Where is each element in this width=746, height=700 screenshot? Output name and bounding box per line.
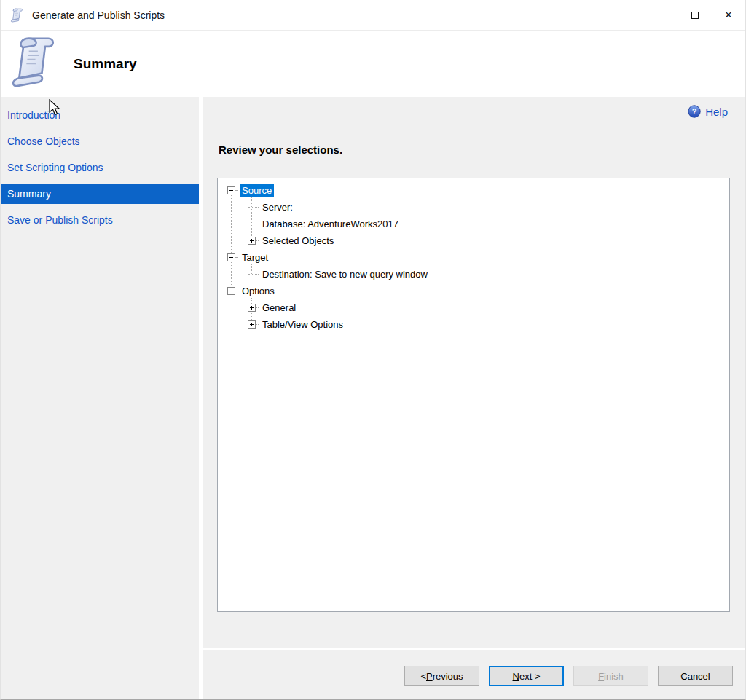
next-button[interactable]: Next > [489, 666, 564, 686]
tree-connector-stub [235, 291, 238, 291]
tree-connector-stub [256, 307, 259, 308]
wizard-header: Summary [1, 31, 745, 97]
maximize-icon [691, 12, 699, 19]
window-title: Generate and Publish Scripts [32, 9, 165, 21]
summary-tree-panel: SourceServer:Database: AdventureWorks201… [217, 178, 730, 612]
help-link[interactable]: ? Help [688, 105, 728, 118]
tree-connector-line [251, 264, 252, 274]
maximize-button[interactable] [678, 0, 712, 30]
tree-row[interactable]: Server: [218, 199, 729, 216]
tree-label[interactable]: Options [240, 285, 277, 297]
close-icon [725, 9, 733, 20]
tree-connector-stub [248, 274, 259, 275]
tree-label[interactable]: Target [240, 251, 270, 264]
minimize-icon [658, 15, 666, 15]
wizard-steps: IntroductionChoose ObjectsSet Scripting … [1, 97, 199, 700]
tree-row[interactable]: Target [218, 249, 729, 266]
tree-row[interactable]: Source [218, 182, 729, 199]
svg-text:?: ? [692, 107, 697, 116]
tree-row[interactable]: Table/View Options [218, 316, 729, 333]
collapse-minus-icon[interactable] [227, 186, 235, 194]
summary-tree: SourceServer:Database: AdventureWorks201… [218, 178, 729, 611]
collapse-minus-icon[interactable] [227, 287, 235, 295]
tree-row[interactable]: Database: AdventureWorks2017 [218, 216, 729, 232]
minimize-button[interactable] [645, 0, 678, 30]
close-button[interactable] [712, 0, 745, 30]
tree-label[interactable]: General [260, 302, 298, 314]
sidebar-item-summary[interactable]: Summary [1, 184, 199, 204]
tree-label[interactable]: Selected Objects [260, 235, 336, 247]
finish-button: Finish [573, 666, 648, 686]
tree-connector-stub [256, 240, 259, 241]
sidebar-item-choose-objects[interactable]: Choose Objects [1, 132, 199, 152]
tree-label[interactable]: Server: [260, 201, 295, 213]
window-controls [645, 0, 745, 30]
tree-connector-stub [235, 190, 238, 191]
wizard-window: Generate and Publish Scripts Summary Int… [0, 0, 746, 700]
instruction-text: Review your selections. [219, 143, 342, 156]
expand-plus-icon[interactable] [248, 304, 256, 312]
collapse-minus-icon[interactable] [227, 253, 235, 261]
sidebar-item-save-or-publish-scripts[interactable]: Save or Publish Scripts [1, 211, 199, 230]
tree-row[interactable]: Selected Objects [218, 232, 729, 249]
help-label: Help [705, 106, 728, 118]
page-title: Summary [74, 56, 137, 72]
tree-row[interactable]: General [218, 299, 729, 316]
tree-connector-stub [248, 224, 259, 224]
tree-connector-stub [256, 324, 259, 325]
tree-connector-stub [248, 207, 259, 208]
sidebar-item-introduction[interactable]: Introduction [1, 106, 199, 125]
tree-label[interactable]: Database: AdventureWorks2017 [260, 218, 401, 230]
tree-row[interactable]: Options [218, 283, 729, 299]
previous-button[interactable]: < Previous [404, 666, 479, 686]
main-panel: ? Help Review your selections. SourceSer… [203, 97, 746, 648]
footer-button-bar: < PreviousNext >FinishCancel [203, 650, 746, 700]
tree-connector-stub [235, 257, 238, 258]
sidebar-item-set-scripting-options[interactable]: Set Scripting Options [1, 158, 199, 178]
scroll-icon [9, 33, 68, 91]
tree-label[interactable]: Table/View Options [260, 318, 345, 331]
tree-connector-line [251, 197, 252, 240]
cancel-button[interactable]: Cancel [658, 666, 733, 686]
title-bar: Generate and Publish Scripts [1, 0, 745, 31]
tree-row[interactable]: Destination: Save to new query window [218, 266, 729, 283]
content-area: IntroductionChoose ObjectsSet Scripting … [1, 97, 745, 700]
expand-plus-icon[interactable] [248, 320, 256, 329]
tree-connector-line [231, 195, 232, 291]
tree-label[interactable]: Source [240, 184, 274, 197]
help-question-icon: ? [688, 105, 701, 118]
tree-label[interactable]: Destination: Save to new query window [260, 268, 430, 280]
expand-plus-icon[interactable] [248, 237, 256, 245]
scroll-icon [10, 7, 26, 23]
